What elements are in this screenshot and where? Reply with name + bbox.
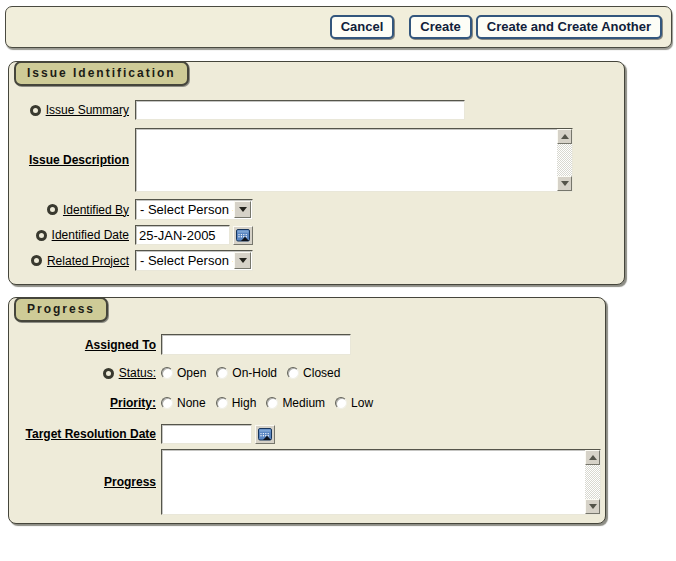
priority-option-label: High — [232, 396, 257, 410]
status-label-cell: Status: — [11, 366, 156, 380]
create-button[interactable]: Create — [409, 15, 471, 39]
progress-scrollbar[interactable] — [585, 450, 600, 514]
issue-summary-row: Issue Summary — [17, 100, 624, 120]
identified-by-select[interactable]: - Select Person - — [135, 199, 253, 220]
section-progress: Progress Assigned To Status: Open On-Hol… — [8, 297, 606, 524]
calendar-icon — [236, 229, 250, 242]
status-option-on-hold: On-Hold — [216, 366, 277, 380]
issue-summary-label[interactable]: Issue Summary — [46, 103, 129, 117]
toolbar: Cancel Create Create and Create Another — [5, 6, 672, 48]
priority-radio-high[interactable] — [216, 397, 228, 409]
chevron-down-icon — [239, 207, 247, 212]
target-resolution-date-label[interactable]: Target Resolution Date — [26, 427, 156, 441]
related-project-row: Related Project - Select Person - — [17, 250, 624, 271]
required-icon — [47, 204, 58, 215]
issue-identification-panel: Issue Summary Issue Description — [8, 61, 625, 285]
identified-date-input[interactable] — [135, 225, 230, 245]
progress-text-row: Progress — [11, 449, 605, 515]
priority-label-cell: Priority: — [11, 396, 156, 410]
assigned-to-label-cell: Assigned To — [11, 338, 156, 352]
issue-description-row: Issue Description — [17, 128, 624, 192]
status-radio-open[interactable] — [161, 367, 173, 379]
identified-date-row: Identified Date — [17, 225, 624, 245]
status-radio-closed[interactable] — [287, 367, 299, 379]
priority-radio-none[interactable] — [161, 397, 173, 409]
identified-date-label-cell: Identified Date — [17, 228, 129, 242]
priority-option-none: None — [161, 396, 206, 410]
progress-panel: Assigned To Status: Open On-Hold Closed — [8, 297, 606, 524]
priority-radio-low[interactable] — [335, 397, 347, 409]
assigned-to-input[interactable] — [161, 334, 351, 355]
issue-description-field — [135, 128, 573, 192]
issue-summary-input[interactable] — [135, 100, 465, 120]
calendar-icon — [258, 428, 272, 441]
issue-description-textarea[interactable] — [136, 129, 557, 191]
arrow-up-icon — [589, 455, 597, 460]
scroll-down-button[interactable] — [585, 499, 600, 514]
target-resolution-date-calendar-button[interactable] — [255, 425, 275, 444]
scroll-up-button[interactable] — [585, 450, 600, 465]
related-project-select[interactable]: - Select Person - — [135, 250, 253, 271]
required-icon — [30, 105, 41, 116]
target-resolution-date-input[interactable] — [161, 424, 252, 444]
status-radio-on-hold[interactable] — [216, 367, 228, 379]
scroll-up-button[interactable] — [557, 129, 572, 144]
status-row: Status: Open On-Hold Closed — [11, 365, 605, 381]
related-project-label-cell: Related Project — [17, 254, 129, 268]
target-resolution-date-row: Target Resolution Date — [11, 424, 605, 444]
priority-option-low: Low — [335, 396, 373, 410]
progress-field — [161, 449, 601, 515]
dropdown-button[interactable] — [234, 201, 251, 218]
related-project-selected-value: - Select Person - — [136, 251, 233, 270]
identified-by-selected-value: - Select Person - — [136, 200, 233, 219]
related-project-label[interactable]: Related Project — [47, 254, 129, 268]
section-title-progress: Progress — [14, 297, 108, 322]
issue-summary-label-cell: Issue Summary — [17, 103, 129, 117]
required-icon — [36, 230, 47, 241]
priority-option-medium: Medium — [266, 396, 325, 410]
arrow-down-icon — [589, 504, 597, 509]
scroll-down-button[interactable] — [557, 176, 572, 191]
status-option-label: Open — [177, 366, 206, 380]
chevron-down-icon — [239, 258, 247, 263]
section-issue-identification: Issue Identification Issue Summary Issue… — [8, 61, 625, 285]
issue-description-label-cell: Issue Description — [17, 153, 129, 167]
assigned-to-row: Assigned To — [11, 334, 605, 355]
status-option-closed: Closed — [287, 366, 340, 380]
identified-by-label-cell: Identified By — [17, 203, 129, 217]
dropdown-button[interactable] — [234, 252, 251, 269]
priority-radio-medium[interactable] — [266, 397, 278, 409]
status-option-label: On-Hold — [232, 366, 277, 380]
identified-date-label[interactable]: Identified Date — [52, 228, 129, 242]
priority-label[interactable]: Priority: — [110, 396, 156, 410]
issue-description-label[interactable]: Issue Description — [29, 153, 129, 167]
status-label[interactable]: Status: — [119, 366, 156, 380]
cancel-button[interactable]: Cancel — [330, 15, 395, 39]
section-title-issue-identification: Issue Identification — [14, 61, 189, 86]
issue-description-scrollbar[interactable] — [557, 129, 572, 191]
arrow-down-icon — [561, 181, 569, 186]
priority-row: Priority: None High Medium Low — [11, 395, 605, 411]
required-icon — [31, 255, 42, 266]
assigned-to-label[interactable]: Assigned To — [85, 338, 156, 352]
status-option-open: Open — [161, 366, 206, 380]
create-and-create-another-button[interactable]: Create and Create Another — [476, 15, 662, 39]
target-resolution-date-label-cell: Target Resolution Date — [11, 427, 156, 441]
identified-by-row: Identified By - Select Person - — [17, 199, 624, 220]
priority-option-high: High — [216, 396, 257, 410]
priority-option-label: None — [177, 396, 206, 410]
required-icon — [103, 368, 114, 379]
progress-label-cell: Progress — [11, 475, 156, 489]
priority-option-label: Low — [351, 396, 373, 410]
status-option-label: Closed — [303, 366, 340, 380]
identified-date-calendar-button[interactable] — [233, 226, 253, 245]
arrow-up-icon — [561, 134, 569, 139]
priority-option-label: Medium — [282, 396, 325, 410]
progress-textarea[interactable] — [162, 450, 585, 514]
progress-label[interactable]: Progress — [104, 475, 156, 489]
identified-by-label[interactable]: Identified By — [63, 203, 129, 217]
